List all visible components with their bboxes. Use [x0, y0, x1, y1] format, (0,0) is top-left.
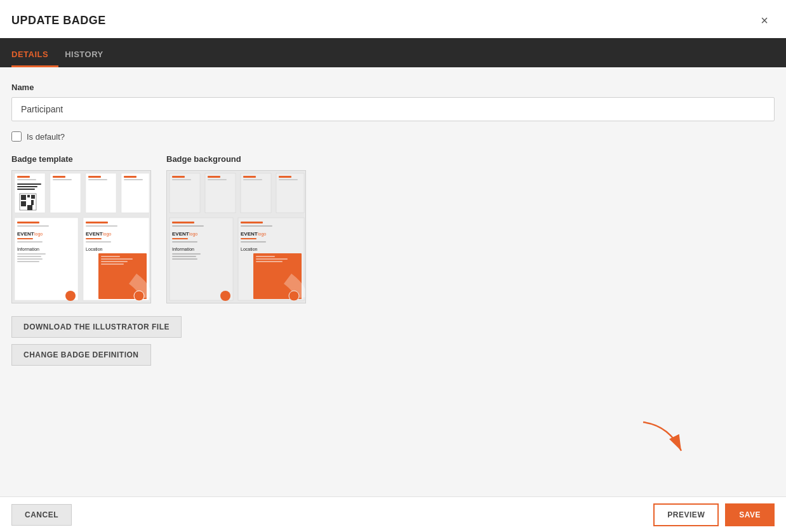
- badge-background-section: Badge background: [166, 154, 306, 303]
- svg-point-85: [289, 291, 299, 301]
- svg-rect-36: [86, 222, 108, 223]
- svg-rect-25: [17, 225, 49, 227]
- svg-rect-74: [241, 222, 263, 223]
- svg-text:logo: logo: [189, 232, 197, 237]
- svg-rect-44: [101, 256, 120, 257]
- svg-rect-6: [53, 176, 65, 178]
- svg-rect-24: [17, 222, 39, 223]
- tabs-bar: DETAILS HISTORY: [0, 38, 786, 67]
- svg-rect-56: [208, 179, 227, 180]
- svg-rect-83: [256, 258, 288, 260]
- badge-template-svg: EVENT logo Information EVENT: [12, 171, 151, 303]
- svg-rect-17: [21, 201, 26, 206]
- is-default-checkbox[interactable]: [11, 131, 22, 142]
- svg-text:EVENT: EVENT: [86, 231, 103, 237]
- svg-rect-40: [86, 238, 102, 239]
- svg-rect-4: [17, 176, 30, 178]
- actions-section: DOWNLOAD THE ILLUSTRATOR FILE CHANGE BAD…: [11, 316, 775, 366]
- svg-rect-55: [208, 176, 220, 178]
- svg-rect-31: [17, 253, 46, 255]
- badge-template-section: Badge template: [11, 154, 151, 303]
- svg-rect-67: [172, 238, 188, 239]
- svg-rect-70: [172, 253, 201, 255]
- update-badge-modal: UPDATE BADGE × DETAILS HISTORY Name Is d…: [0, 0, 786, 532]
- svg-rect-20: [31, 200, 34, 205]
- svg-rect-34: [17, 261, 39, 262]
- footer-left: CANCEL: [11, 504, 72, 526]
- svg-rect-53: [172, 176, 185, 178]
- svg-rect-11: [124, 179, 143, 180]
- tab-history[interactable]: HISTORY: [65, 42, 114, 67]
- svg-rect-41: [86, 241, 111, 243]
- svg-rect-59: [279, 176, 291, 178]
- svg-text:Location: Location: [241, 247, 258, 251]
- svg-text:logo: logo: [258, 232, 266, 237]
- badge-template-preview[interactable]: EVENT logo Information EVENT: [11, 170, 151, 303]
- svg-rect-7: [53, 179, 72, 180]
- svg-point-73: [220, 291, 230, 301]
- svg-text:Information: Information: [17, 247, 39, 251]
- modal-header: UPDATE BADGE ×: [0, 0, 786, 38]
- svg-text:logo: logo: [103, 232, 111, 237]
- svg-rect-28: [17, 238, 33, 239]
- svg-rect-63: [172, 222, 194, 223]
- svg-rect-71: [172, 256, 196, 257]
- svg-rect-12: [17, 183, 41, 185]
- svg-rect-68: [172, 241, 197, 243]
- svg-rect-72: [172, 258, 197, 260]
- svg-text:EVENT: EVENT: [241, 231, 258, 237]
- svg-rect-21: [27, 205, 32, 210]
- badge-background-label: Badge background: [166, 154, 306, 164]
- svg-rect-8: [88, 176, 101, 178]
- is-default-label[interactable]: Is default?: [27, 132, 65, 142]
- svg-rect-19: [31, 195, 35, 199]
- svg-rect-75: [241, 225, 272, 227]
- download-illustrator-button[interactable]: DOWNLOAD THE ILLUSTRATOR FILE: [11, 316, 182, 338]
- preview-button[interactable]: PREVIEW: [653, 503, 719, 526]
- svg-rect-33: [17, 258, 43, 260]
- svg-rect-14: [17, 189, 35, 190]
- svg-rect-16: [21, 195, 26, 200]
- svg-text:Information: Information: [172, 247, 194, 251]
- svg-rect-29: [17, 241, 43, 243]
- modal-title: UPDATE BADGE: [11, 14, 106, 27]
- svg-rect-47: [101, 263, 124, 265]
- svg-rect-58: [243, 179, 262, 180]
- svg-rect-37: [86, 225, 117, 227]
- footer-right: PREVIEW SAVE: [653, 503, 775, 526]
- svg-rect-64: [172, 225, 204, 227]
- svg-rect-32: [17, 256, 41, 257]
- svg-rect-10: [124, 176, 137, 178]
- svg-rect-5: [17, 179, 36, 180]
- modal-footer: CANCEL PREVIEW SAVE: [0, 496, 786, 532]
- svg-point-48: [134, 291, 144, 301]
- tab-details[interactable]: DETAILS: [11, 42, 58, 67]
- templates-row: Badge template: [11, 154, 775, 303]
- svg-text:Location: Location: [86, 247, 103, 251]
- is-default-row: Is default?: [11, 131, 775, 142]
- badge-background-preview[interactable]: EVENT logo Information EVENT logo: [166, 170, 306, 303]
- cancel-button[interactable]: CANCEL: [11, 504, 72, 526]
- svg-text:EVENT: EVENT: [172, 231, 189, 237]
- svg-rect-79: [241, 241, 266, 243]
- svg-rect-84: [256, 261, 283, 262]
- svg-rect-13: [17, 186, 37, 187]
- svg-rect-60: [279, 179, 298, 180]
- svg-text:EVENT: EVENT: [17, 231, 34, 237]
- badge-template-label: Badge template: [11, 154, 151, 164]
- svg-rect-78: [241, 238, 256, 239]
- svg-text:logo: logo: [34, 232, 43, 237]
- svg-rect-45: [101, 258, 133, 260]
- name-input[interactable]: [11, 97, 775, 121]
- svg-rect-9: [88, 179, 107, 180]
- svg-rect-46: [101, 261, 128, 262]
- svg-rect-54: [172, 179, 191, 180]
- change-badge-definition-button[interactable]: CHANGE BADGE DEFINITION: [11, 344, 151, 366]
- badge-background-svg: EVENT logo Information EVENT logo: [167, 171, 306, 303]
- modal-body: Name Is default? Badge template: [0, 67, 786, 496]
- save-button[interactable]: SAVE: [725, 503, 775, 526]
- close-button[interactable]: ×: [758, 11, 771, 29]
- svg-rect-82: [256, 256, 275, 257]
- svg-point-35: [65, 291, 76, 301]
- svg-rect-18: [27, 195, 30, 197]
